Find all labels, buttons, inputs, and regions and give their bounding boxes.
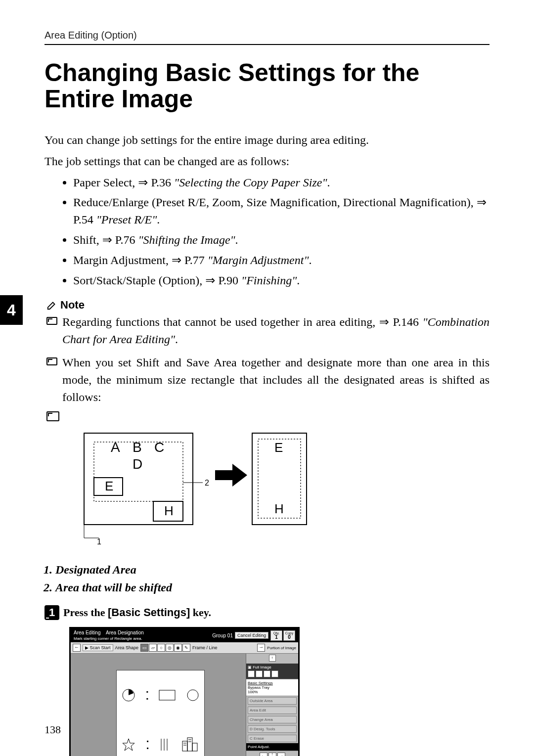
- label: Erase: [254, 736, 264, 741]
- pie-icon: [122, 688, 135, 702]
- bullet-4: Margin Adjustment, ⇒ P.77 "Margin Adjust…: [73, 252, 490, 269]
- copy-value: 0: [288, 634, 291, 640]
- pattern-icon[interactable]: ▣: [271, 670, 278, 677]
- change-area-button[interactable]: Change Area: [248, 716, 297, 723]
- basic-settings-button[interactable]: Basic Settings Bypass Tray 100%: [246, 679, 298, 696]
- ref-title: "Finishing": [241, 274, 297, 287]
- svg-marker-13: [123, 739, 134, 751]
- ss-qty-display: Qty.1 Copy0: [270, 630, 295, 641]
- diagram-captions: Designated Area Area that will be shifte…: [44, 561, 490, 596]
- note-heading: Note: [46, 299, 490, 311]
- bullet-2: Reduce/Enlarge (Preset R/E, Zoom, Size M…: [73, 194, 490, 228]
- text: When you set Shift and Save Area togethe…: [62, 354, 490, 405]
- svg-rect-19: [192, 743, 197, 751]
- ss-title-bar: Area Editing Area Designation Mark start…: [71, 628, 298, 642]
- scan-start-button[interactable]: ▶ Scan Start: [83, 644, 113, 651]
- svg-rect-17: [182, 741, 187, 751]
- arrow-left-icon[interactable]: ←: [73, 644, 81, 652]
- arrow-right-icon[interactable]: →: [277, 753, 285, 756]
- page-ref: P.36: [148, 176, 174, 189]
- full-image-button[interactable]: ▣ Full Image ▨ ▥ ◧ ▣: [246, 664, 298, 679]
- label-B: B: [133, 440, 142, 455]
- key-name: [Basic Settings]: [108, 606, 190, 619]
- ref-title: "Shifting the Image": [138, 233, 235, 246]
- arrow-icon: ⇒: [379, 315, 389, 329]
- area-edit-button[interactable]: Area Edit: [248, 707, 297, 714]
- label-H-right: H: [274, 501, 284, 516]
- text: Reduce/Enlarge (Preset R/E, Zoom, Size M…: [73, 196, 477, 209]
- page-number: 138: [44, 723, 61, 736]
- bullet-5: Sort/Stack/Staple (Option), ⇒ P.90 "Fini…: [73, 272, 490, 289]
- arrow-icon: ⇒: [477, 195, 487, 209]
- ss-preview-paper: ▪▪ ▪▪: [116, 670, 205, 756]
- ref-title: "Margin Adjustment": [208, 254, 309, 267]
- target-tool-icon[interactable]: ◎: [166, 644, 174, 652]
- text: .: [327, 176, 330, 189]
- note-2: When you set Shift and Save Area togethe…: [44, 354, 490, 405]
- intro-line-1: You can change job settings for the enti…: [44, 132, 490, 149]
- side-tab-chapter: 4: [0, 295, 23, 325]
- ss-submode: Area Designation: [106, 630, 144, 635]
- pattern-icon[interactable]: ◧: [264, 670, 270, 677]
- ss-canvas[interactable]: ▪▪ ▪▪: [74, 657, 243, 756]
- cancel-editing-button[interactable]: Cancel Editing: [235, 632, 268, 639]
- arrow-left-icon[interactable]: ←: [260, 753, 267, 756]
- ss-group: Group 01: [212, 633, 233, 638]
- box-bullet-icon: [46, 411, 59, 421]
- erase-button[interactable]: C Erase: [248, 735, 297, 742]
- bullet-1: Paper Select, ⇒ P.36 "Selecting the Copy…: [73, 174, 490, 191]
- ring-tool-icon[interactable]: ◉: [174, 644, 182, 652]
- pencil-icon: [46, 300, 57, 311]
- label-A: A: [111, 440, 120, 455]
- pattern-icon[interactable]: ▥: [256, 670, 263, 677]
- running-head: Area Editing (Option): [44, 30, 490, 41]
- label-H-left: H: [164, 503, 174, 518]
- page-ref: P.54: [73, 213, 96, 226]
- text: .: [157, 213, 160, 226]
- label-E-right: E: [274, 440, 283, 455]
- point-adjust-label: Point Adjust.: [246, 743, 298, 751]
- page-ref: P.77: [181, 254, 208, 267]
- text: Press the: [63, 606, 108, 619]
- arrow-icon: ⇒: [205, 273, 215, 287]
- label: Desig. Tools: [254, 727, 275, 731]
- box-bullet-icon: [46, 357, 57, 365]
- text: key.: [190, 606, 211, 619]
- arrow-up-icon[interactable]: ↑: [269, 655, 276, 662]
- outside-area-button[interactable]: Outside Area: [248, 697, 297, 705]
- shape-tools: ▭ ▱ ○ ◎ ◉ ✎: [140, 644, 190, 652]
- frame-line-label: Frame / Line: [192, 645, 218, 650]
- text: Shift,: [73, 233, 102, 246]
- label-D: D: [133, 456, 142, 472]
- text: Margin Adjustment,: [73, 254, 172, 267]
- text: .: [175, 333, 178, 346]
- rule-top: [44, 44, 490, 45]
- arrow-up-icon[interactable]: ↑: [268, 753, 276, 756]
- legend-icon: ▪▪: [146, 738, 148, 752]
- legend-icon: ▪▪: [146, 688, 148, 702]
- text: Sort/Stack/Staple (Option),: [73, 274, 205, 287]
- poly-tool-icon[interactable]: ▱: [149, 644, 157, 652]
- step-text: Press the [Basic Settings] key.: [63, 606, 211, 619]
- pattern-icon[interactable]: ▨: [248, 670, 255, 677]
- ref-title: "Selecting the Copy Paper Size": [174, 176, 327, 189]
- ss-mode: Area Editing: [74, 630, 100, 635]
- label-2: 2: [205, 479, 209, 487]
- intro-line-2: The job settings that can be changed are…: [44, 153, 490, 170]
- step-badge: 1: [44, 605, 59, 620]
- circle-tool-icon[interactable]: ○: [157, 644, 165, 652]
- note-label: Note: [60, 299, 85, 311]
- bullet-3: Shift, ⇒ P.76 "Shifting the Image".: [73, 231, 490, 249]
- ref-title: "Preset R/E": [96, 213, 157, 226]
- ss-side-panel: ↑ ▣ Full Image ▨ ▥ ◧ ▣ Basic Settings By…: [246, 654, 298, 756]
- label: Full Image: [253, 665, 271, 669]
- svg-rect-11: [159, 690, 175, 700]
- rect-tool-icon[interactable]: ▭: [140, 644, 148, 652]
- free-tool-icon[interactable]: ✎: [182, 644, 190, 652]
- caption-1: Designated Area: [55, 561, 490, 578]
- text: Paper Select,: [73, 176, 138, 189]
- page-ref: P.76: [112, 233, 138, 246]
- text: .: [235, 233, 238, 246]
- desig-tools-button[interactable]: D Desig. Tools: [248, 725, 297, 733]
- arrow-right-icon[interactable]: →: [257, 644, 265, 652]
